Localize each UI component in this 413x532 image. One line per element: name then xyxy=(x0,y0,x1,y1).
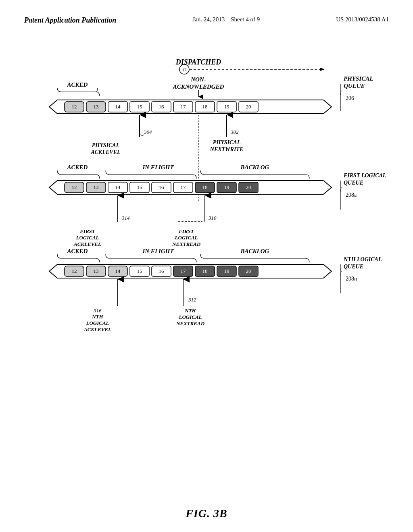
cell-16-bot: 16 xyxy=(159,268,165,274)
non-ack-label: NON- xyxy=(190,76,206,83)
first-log-ack-label: FIRST xyxy=(79,228,96,234)
ref-208n-text: 208n xyxy=(346,276,357,282)
cell-16-mid: 16 xyxy=(159,184,165,190)
arrow-312-label: 312 xyxy=(188,297,196,303)
arrow-316-label: 316 xyxy=(93,308,102,314)
cell-20-bot: 20 xyxy=(246,268,251,274)
cell-13-mid: 13 xyxy=(94,184,99,190)
backlog-label-3: BACKLOG xyxy=(240,248,269,254)
publication-sheet: Sheet 4 of 9 xyxy=(231,16,260,23)
first-log-ack-label2: LOGICAL xyxy=(75,235,99,241)
cell-14-bot: 14 xyxy=(115,268,121,274)
phys-acklevel-label2: ACKLEVEL xyxy=(90,149,120,155)
cell-12-mid: 12 xyxy=(72,184,77,190)
acked-label-1: ACKED xyxy=(67,81,88,88)
cell-12-top: 12 xyxy=(72,104,77,110)
first-log-nextread-label3: NEXTREAD xyxy=(172,241,201,247)
first-log-ack-label3: ACKLEVEL xyxy=(73,241,101,247)
cell-14-mid: 14 xyxy=(115,184,121,190)
arrow-314-label: 314 xyxy=(121,215,130,221)
ref-208a-slash: / xyxy=(340,187,342,193)
phys-nextwrite-label: PHYSICAL xyxy=(213,139,240,145)
arrow-302-label: 302 xyxy=(230,129,239,135)
first-lq-label2: QUEUE xyxy=(344,180,363,186)
ref-206: / xyxy=(340,90,342,96)
diagram-svg: DISPATCHED 17 PHYSICAL QUEUE / 206 NON- … xyxy=(24,40,389,484)
publication-date: Jan. 24, 2013 xyxy=(192,16,225,23)
arrow-310-label: 310 xyxy=(208,215,217,221)
cell-15-mid: 15 xyxy=(137,184,142,190)
publication-number: US 2013/0024538 A1 xyxy=(336,16,389,23)
cell-17-top: 17 xyxy=(181,104,186,110)
in-flight-label-2: IN FLIGHT xyxy=(142,164,174,170)
cell-17-bot: 17 xyxy=(181,268,186,274)
cell-14-top: 14 xyxy=(115,104,121,110)
ref-208n-slash: / xyxy=(340,270,342,276)
cell-19-top: 19 xyxy=(224,104,229,110)
phys-acklevel-label: PHYSICAL xyxy=(92,142,119,148)
nth-log-ack-label: NTH xyxy=(92,314,103,320)
page-header: Patent Application Publication Jan. 24, … xyxy=(0,0,413,25)
ref-206-text: 206 xyxy=(346,95,354,101)
figure-label: FIG. 3B xyxy=(186,507,227,520)
nth-lq-label2: QUEUE xyxy=(344,264,363,270)
physical-queue-label2: QUEUE xyxy=(344,83,365,89)
first-log-nextread-label2: LOGICAL xyxy=(174,235,198,241)
nth-log-nextread-label2: LOGICAL xyxy=(178,314,202,320)
acked-label-3: ACKED xyxy=(67,248,88,254)
cell-15-top: 15 xyxy=(137,104,142,110)
physical-queue-label: PHYSICAL xyxy=(344,75,373,82)
nth-log-nextread-label3: NEXTREAD xyxy=(176,320,205,326)
ref-17-top: 17 xyxy=(182,67,187,72)
cell-18-mid: 18 xyxy=(202,184,208,190)
cell-17-mid: 17 xyxy=(181,184,186,190)
cell-12-bot: 12 xyxy=(72,268,77,274)
cell-20-mid: 20 xyxy=(246,184,251,190)
cell-19-bot: 19 xyxy=(224,268,229,274)
ref-208a-text: 208a xyxy=(346,192,357,198)
page: Patent Application Publication Jan. 24, … xyxy=(0,0,413,532)
cell-19-mid: 19 xyxy=(224,184,229,190)
first-log-nextread-label: FIRST xyxy=(178,228,194,234)
cell-13-bot: 13 xyxy=(94,268,99,274)
cell-16-top: 16 xyxy=(159,104,165,110)
publication-date-sheet: Jan. 24, 2013 Sheet 4 of 9 xyxy=(192,16,260,23)
cell-15-bot: 15 xyxy=(137,268,142,274)
publication-title: Patent Application Publication xyxy=(24,16,116,25)
cell-20-top: 20 xyxy=(246,104,251,110)
nth-log-nextread-label: NTH xyxy=(184,308,196,314)
nth-log-ack-label3: ACKLEVEL xyxy=(83,326,111,332)
cell-18-top: 18 xyxy=(202,104,208,110)
nth-log-ack-label2: LOGICAL xyxy=(86,320,109,326)
in-flight-label-3: IN FLIGHT xyxy=(142,248,174,254)
acked-label-2: ACKED xyxy=(67,164,88,170)
backlog-label-2: BACKLOG xyxy=(240,164,269,170)
non-ack-label2: ACKNOWLEDGED xyxy=(173,83,224,90)
phys-nextwrite-label2: NEXTWRITE xyxy=(210,146,243,152)
cell-13-top: 13 xyxy=(94,104,99,110)
arrow-304-label: 304 xyxy=(144,129,152,135)
cell-18-bot: 18 xyxy=(202,268,208,274)
first-lq-label: FIRST LOGICAL xyxy=(343,172,386,179)
nth-lq-label: NTH LOGICAL xyxy=(343,256,382,262)
